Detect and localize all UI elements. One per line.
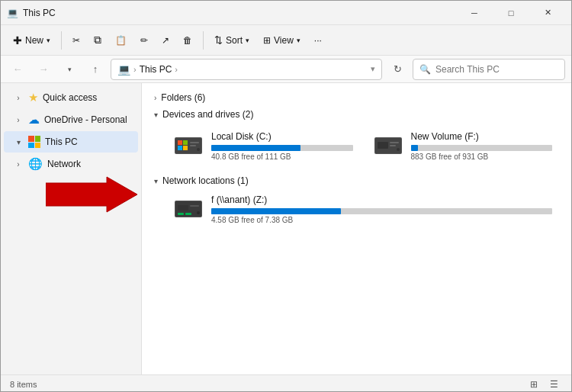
- address-bar: ← → ▾ ↑ 💻 › This PC › ▾ ↻ 🔍: [1, 56, 571, 83]
- sidebar-item-label-onedrive: OneDrive - Personal: [44, 114, 127, 125]
- refresh-button[interactable]: ↻: [387, 59, 408, 80]
- drive-f-info: New Volume (F:) 883 GB free of 931 GB: [411, 131, 553, 161]
- rename-icon: ✏: [140, 35, 148, 46]
- drive-c-bar: [211, 145, 300, 151]
- svg-rect-7: [190, 145, 196, 146]
- quick-access-expand-icon: ›: [13, 94, 24, 102]
- svg-rect-19: [178, 205, 188, 210]
- svg-rect-2: [178, 140, 182, 145]
- copy-button[interactable]: ⧉: [88, 31, 108, 50]
- address-path[interactable]: 💻 › This PC › ▾: [111, 59, 382, 80]
- drive-c-size: 40.8 GB free of 111 GB: [211, 153, 353, 161]
- folders-section-title: Folders (6): [161, 92, 205, 103]
- delete-icon: 🗑: [183, 35, 192, 46]
- svg-rect-12: [390, 142, 399, 143]
- quick-access-icon: ★: [28, 91, 38, 104]
- network-z-name: f (\\anant) (Z:): [211, 194, 552, 205]
- drive-c-bar-container: [211, 145, 353, 151]
- search-box[interactable]: 🔍: [413, 59, 565, 80]
- toolbar-separator-1: [61, 31, 62, 50]
- sidebar-item-this-pc[interactable]: ▾ This PC: [4, 131, 138, 153]
- sidebar-item-quick-access[interactable]: › ★ Quick access: [4, 87, 138, 108]
- network-section-header[interactable]: ▾ Network locations (1): [154, 172, 559, 189]
- drive-c-icon: [173, 133, 204, 160]
- up-button[interactable]: ↑: [85, 59, 106, 80]
- status-bar: 8 items ⊞ ☰: [1, 374, 571, 392]
- onedrive-expand-icon: ›: [13, 116, 24, 124]
- sidebar-item-label-network: Network: [47, 159, 81, 169]
- drive-c-name: Local Disk (C:): [211, 131, 353, 142]
- drive-f-name: New Volume (F:): [411, 131, 553, 142]
- path-separator-2: ›: [175, 65, 178, 74]
- path-pc-icon: 💻: [117, 63, 130, 76]
- items-count: 8 items: [10, 380, 37, 389]
- drive-item-f[interactable]: New Volume (F:) 883 GB free of 931 GB: [366, 126, 560, 166]
- cut-button[interactable]: ✂: [66, 32, 86, 49]
- network-item-z[interactable]: f (\\anant) (Z:) 4.58 GB free of 7.38 GB: [154, 189, 559, 230]
- network-z-icon: [173, 196, 204, 223]
- svg-point-8: [197, 148, 200, 151]
- sort-chevron-icon: ▾: [246, 37, 249, 44]
- network-z-info: f (\\anant) (Z:) 4.58 GB free of 7.38 GB: [211, 194, 552, 224]
- svg-point-21: [197, 211, 200, 214]
- devices-chevron-icon: ▾: [154, 111, 158, 119]
- main-layout: › ★ Quick access › ☁ OneDrive - Personal…: [1, 83, 571, 374]
- devices-section-header[interactable]: ▾ Devices and drives (2): [154, 106, 559, 123]
- search-icon: 🔍: [419, 64, 431, 75]
- view-chevron-icon: ▾: [297, 37, 300, 44]
- network-z-size: 4.58 GB free of 7.38 GB: [211, 216, 552, 224]
- close-button[interactable]: ✕: [530, 1, 565, 25]
- network-section-chevron-icon: ▾: [154, 177, 158, 185]
- back-button[interactable]: ←: [7, 59, 28, 80]
- devices-section-title: Devices and drives (2): [162, 109, 253, 120]
- sidebar-item-network[interactable]: › 🌐 Network: [4, 153, 138, 175]
- search-input[interactable]: [435, 64, 558, 75]
- folders-chevron-icon: ›: [154, 94, 156, 102]
- title-bar-left: 💻 This PC: [7, 8, 56, 18]
- path-segment-thispc: This PC: [140, 64, 172, 75]
- drive-item-c[interactable]: Local Disk (C:) 40.8 GB free of 111 GB: [166, 126, 360, 166]
- more-button[interactable]: ···: [308, 32, 328, 49]
- window-title: This PC: [23, 8, 56, 18]
- title-bar-controls: ─ □ ✕: [457, 1, 565, 25]
- share-button[interactable]: ↗: [156, 32, 175, 49]
- path-expand-icon[interactable]: ▾: [371, 64, 375, 74]
- rename-button[interactable]: ✏: [134, 32, 154, 49]
- network-z-bar-container: [211, 208, 552, 214]
- grid-view-button[interactable]: ⊞: [525, 378, 542, 391]
- svg-rect-6: [190, 142, 199, 143]
- more-icon: ···: [314, 35, 322, 46]
- new-button[interactable]: ✚ New ▾: [7, 31, 56, 50]
- toolbar-separator-2: [203, 31, 204, 50]
- cut-icon: ✂: [72, 35, 80, 46]
- copy-icon: ⧉: [94, 34, 101, 47]
- delete-button[interactable]: 🗑: [177, 32, 198, 49]
- maximize-button[interactable]: □: [493, 1, 529, 25]
- svg-point-14: [397, 148, 400, 151]
- drive-f-bar: [411, 145, 418, 151]
- drive-f-icon: [373, 133, 403, 160]
- minimize-button[interactable]: ─: [457, 1, 492, 25]
- sort-button[interactable]: ⇅ Sort ▾: [208, 31, 255, 49]
- view-icon: ⊞: [263, 35, 271, 46]
- sort-icon: ⇅: [214, 34, 223, 46]
- svg-rect-5: [183, 146, 188, 150]
- svg-rect-13: [390, 145, 396, 146]
- folders-section-header[interactable]: › Folders (6): [154, 89, 559, 106]
- sidebar-item-onedrive[interactable]: › ☁ OneDrive - Personal: [4, 109, 138, 130]
- content-area: › Folders (6) ▾ Devices and drives (2): [142, 83, 571, 374]
- network-section-title: Network locations (1): [162, 175, 249, 186]
- view-toggle-buttons: ⊞ ☰: [525, 378, 562, 391]
- svg-rect-11: [378, 142, 388, 149]
- view-button[interactable]: ⊞ View ▾: [257, 32, 307, 49]
- forward-button[interactable]: →: [33, 59, 54, 80]
- sidebar: › ★ Quick access › ☁ OneDrive - Personal…: [1, 83, 142, 374]
- list-view-button[interactable]: ☰: [545, 378, 562, 391]
- svg-rect-20: [190, 205, 199, 207]
- svg-rect-3: [183, 140, 188, 145]
- recent-button[interactable]: ▾: [59, 59, 80, 80]
- paste-button[interactable]: 📋: [109, 32, 133, 49]
- onedrive-icon: ☁: [28, 113, 40, 127]
- drive-f-bar-container: [411, 145, 553, 151]
- sidebar-item-label-quick-access: Quick access: [43, 92, 97, 103]
